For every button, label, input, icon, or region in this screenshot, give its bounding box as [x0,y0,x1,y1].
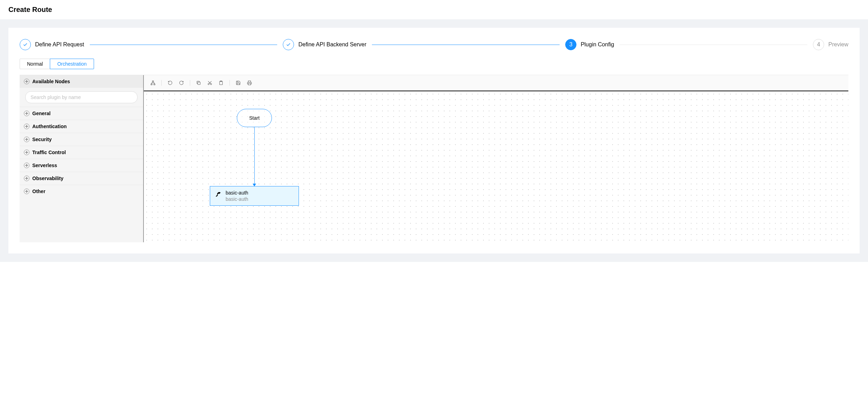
plus-circle-icon [24,124,29,129]
search-input[interactable] [25,91,138,103]
svg-rect-0 [152,81,154,82]
plus-circle-icon [24,79,29,84]
step-label: Preview [828,41,848,48]
steps-nav: Define API Request Define API Backend Se… [20,39,848,50]
plus-circle-icon [24,150,29,155]
undo-icon[interactable] [165,78,175,88]
start-node-label: Start [249,115,260,121]
editor-container: Available Nodes General Authentication S… [20,75,848,242]
svg-rect-2 [154,84,155,85]
step-label: Plugin Config [581,41,614,48]
tab-orchestration[interactable]: Orchestration [50,59,94,69]
start-node[interactable]: Start [237,109,272,127]
plus-circle-icon [24,111,29,116]
category-other[interactable]: Other [20,185,143,198]
category-label: Security [32,137,52,142]
step-connector [90,45,278,45]
plus-circle-icon [24,163,29,168]
cut-icon[interactable] [205,78,215,88]
page-header: Create Route [0,0,868,19]
plus-circle-icon [24,176,29,181]
step-connector [620,45,807,45]
content-background: Define API Request Define API Backend Se… [0,19,868,262]
paste-icon[interactable] [216,78,226,88]
check-icon [283,39,294,50]
category-label: Observability [32,176,64,181]
hierarchy-icon[interactable] [148,78,158,88]
search-wrap [20,88,143,107]
step-number-icon: 4 [813,39,824,50]
toolbar-separator [190,80,190,86]
category-traffic-control[interactable]: Traffic Control [20,146,143,159]
step-preview[interactable]: 4 Preview [813,39,848,50]
category-label: Other [32,189,45,194]
plugin-node-title: basic-auth [226,190,248,196]
canvas-toolbar [144,75,848,91]
category-label: Serverless [32,163,57,168]
save-icon[interactable] [233,78,243,88]
category-label: Authentication [32,124,67,129]
step-plugin-config[interactable]: 3 Plugin Config [565,39,614,50]
canvas-area: Start basic-auth basic-auth [144,75,848,242]
step-number-icon: 3 [565,39,576,50]
svg-point-5 [211,84,212,85]
nodes-sidebar: Available Nodes General Authentication S… [20,75,144,242]
svg-rect-3 [198,82,200,85]
tab-normal[interactable]: Normal [20,59,50,69]
redo-icon[interactable] [176,78,186,88]
check-icon [20,39,31,50]
flow-edge[interactable] [254,127,255,186]
print-icon[interactable] [245,78,254,88]
plugin-icon [215,191,221,197]
step-define-backend-server[interactable]: Define API Backend Server [283,39,366,50]
copy-icon[interactable] [194,78,203,88]
plugin-node-basic-auth[interactable]: basic-auth basic-auth [210,186,299,206]
mode-tabs: Normal Orchestration [20,59,94,69]
plus-circle-icon [24,137,29,142]
category-authentication[interactable]: Authentication [20,120,143,133]
category-label: General [32,111,51,116]
sidebar-header-label: Available Nodes [32,79,70,84]
content-card: Define API Request Define API Backend Se… [8,28,860,253]
sidebar-header-available-nodes[interactable]: Available Nodes [20,75,143,88]
toolbar-separator [229,80,230,86]
flow-canvas[interactable]: Start basic-auth basic-auth [144,91,848,242]
step-label: Define API Backend Server [298,41,366,48]
toolbar-separator [161,80,162,86]
plugin-node-text: basic-auth basic-auth [226,190,248,202]
step-connector [372,45,560,45]
category-general[interactable]: General [20,107,143,120]
step-define-api-request[interactable]: Define API Request [20,39,84,50]
plus-circle-icon [24,189,29,194]
plugin-node-subtitle: basic-auth [226,196,248,202]
step-label: Define API Request [35,41,84,48]
svg-rect-10 [248,83,251,85]
page-title: Create Route [8,6,860,14]
edge-line [254,127,255,186]
category-serverless[interactable]: Serverless [20,159,143,172]
svg-point-4 [208,84,209,85]
svg-rect-1 [151,84,152,85]
category-security[interactable]: Security [20,133,143,146]
category-observability[interactable]: Observability [20,172,143,185]
category-label: Traffic Control [32,150,66,155]
